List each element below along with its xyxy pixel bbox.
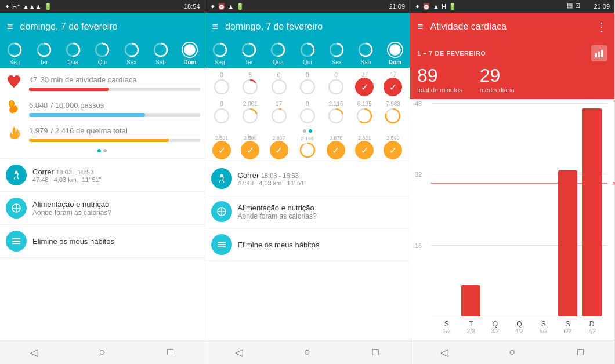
chart-area: 48 32 16 30 <box>410 99 614 340</box>
activity-food-1[interactable]: Alimentação e nutrição Aonde foram as ca… <box>0 192 205 225</box>
check-orange-1: ✓ <box>241 141 259 159</box>
week-cell-qua-1[interactable]: Qua <box>59 42 88 65</box>
battery-icon-2: 🔋 <box>236 3 244 10</box>
week-cell-ter-1[interactable]: Ter <box>29 42 58 65</box>
menu-icon-3[interactable]: ≡ <box>417 21 424 33</box>
panel-3: ✦ ⏰ ▲ H 🔋 21:09 ≡ Atividade cardíaca ⋮ 1… <box>410 0 615 364</box>
food-details-2: Alimentação e nutrição Aonde foram as ca… <box>238 203 317 220</box>
bottom-nav-2: ◁ ○ □ <box>205 340 410 364</box>
x-label-s2: S 5/2 <box>534 318 554 340</box>
status-bar-1: ✦ H⁺ ▲▲▲ 🔋 18:54 ▤ ⊡ <box>0 0 205 13</box>
menu-icon-2[interactable]: ≡ <box>212 21 219 33</box>
metric-steps[interactable]: 6.848 / 10.000 passos <box>5 98 200 117</box>
day-circle-sex-1 <box>124 42 140 58</box>
week-cell-qua-2[interactable]: Qua <box>263 42 292 65</box>
run-details-1: Correr 18:03 - 18:53 47:48 4,03 km 11' 5… <box>32 168 102 183</box>
day-label-sab-1: Sáb <box>155 59 166 65</box>
bar-q2 <box>509 104 529 316</box>
week-cell-qui-1[interactable]: Qui <box>88 42 117 65</box>
home-btn-2[interactable]: ○ <box>296 341 319 364</box>
status-time-3: 21:09 <box>594 3 610 10</box>
grid-cell-cal3: 2.166 <box>293 136 321 159</box>
day-circle-dom-2 <box>387 42 403 58</box>
grid-cell-cal2: 2.807 ✓ <box>265 135 293 159</box>
week-cell-sex-1[interactable]: Sex <box>117 42 146 65</box>
h-icon: H <box>442 3 446 10</box>
grid-cell-s3: 0 <box>293 101 321 125</box>
svg-point-34 <box>389 43 401 56</box>
chart-panel: 48 32 16 30 <box>410 99 614 340</box>
cardiac-header: 1 – 7 DE FEVEREIRO 89 total de minutos 2… <box>410 41 614 99</box>
back-btn-1[interactable]: ◁ <box>23 341 46 364</box>
week-cell-sex-2[interactable]: Sex <box>322 42 351 65</box>
bar-s <box>437 104 457 316</box>
svg-point-12 <box>183 43 196 56</box>
menu-icon-1[interactable]: ≡ <box>7 21 13 33</box>
week-cell-sab-2[interactable]: Sáb <box>351 42 380 65</box>
activity-habit-1[interactable]: Elimine os meus hábitos <box>0 225 205 258</box>
bar-t <box>461 104 481 316</box>
calories-progress-bar <box>29 139 169 142</box>
back-btn-3[interactable]: ◁ <box>433 341 456 364</box>
recent-btn-3[interactable]: □ <box>569 341 592 364</box>
day-label-dom-1: Dom <box>183 59 196 65</box>
food-subtitle-2: Aonde foram as calorias? <box>238 212 317 220</box>
week-cell-dom-1[interactable]: Dom <box>175 42 204 65</box>
bars-container <box>431 104 607 316</box>
week-cell-dom-2[interactable]: Dom <box>381 42 410 65</box>
x-label-d: D 7/2 <box>582 318 602 340</box>
week-cell-ter-2[interactable]: Ter <box>234 42 263 65</box>
day-circle-seg-2 <box>212 42 228 58</box>
svg-point-46 <box>301 109 314 123</box>
recent-btn-2[interactable]: □ <box>364 341 387 364</box>
grid-cell-cal0: 2.501 ✓ <box>208 135 236 159</box>
day-circle-sab-1 <box>153 42 169 58</box>
svg-rect-61 <box>218 246 226 247</box>
heart-value: 47 30 min de atividade cardíaca <box>29 73 200 85</box>
metric-calories[interactable]: 1.979 / 2.416 de queima total <box>5 123 200 142</box>
day-circle-qui-2 <box>299 42 316 58</box>
activity-run-1[interactable]: Correr 18:03 - 18:53 47:48 4,03 km 11' 5… <box>0 159 205 192</box>
back-btn-2[interactable]: ◁ <box>227 341 251 364</box>
metric-heart[interactable]: 47 30 min de atividade cardíaca <box>5 72 200 91</box>
home-btn-1[interactable]: ○ <box>91 341 114 364</box>
home-btn-3[interactable]: ○ <box>501 341 524 364</box>
top-bar-1: ≡ domingo, 7 de fevereiro <box>0 13 205 41</box>
status-time-1: 18:54 <box>184 3 200 10</box>
x-labels: S 1/2 T 2/2 Q 3/2 Q 4/2 S 5/2 <box>431 318 607 340</box>
week-cell-qui-2[interactable]: Qui <box>293 42 322 65</box>
more-icon-3[interactable]: ⋮ <box>596 20 607 34</box>
day-circle-ter-2 <box>241 42 257 58</box>
svg-rect-59 <box>218 242 226 243</box>
steps-progress-bar <box>29 113 145 117</box>
bar-d <box>582 104 602 316</box>
status-bar-2: ✦ ⏰ ▲ 🔋 21:09 <box>205 0 410 13</box>
date-range-row: 1 – 7 DE FEVEREIRO <box>417 45 607 61</box>
recent-btn-1[interactable]: □ <box>159 341 182 364</box>
chart-toggle-btn[interactable] <box>591 45 607 61</box>
dot-1 <box>97 149 101 152</box>
grid-label-16: 16 <box>415 242 422 249</box>
habit-details-2: Elimine os meus hábitos <box>238 241 320 249</box>
run-title-2: Correr 18:03 - 18:53 <box>238 171 307 180</box>
week-cell-sab-1[interactable]: Sáb <box>146 42 175 65</box>
grid-cell-c2: 0 <box>265 72 293 96</box>
day-circle-qua-2 <box>270 42 286 58</box>
grid-cell-c4: 0 <box>321 72 350 96</box>
activity-food-2[interactable]: Alimentação e nutrição Aonde foram as ca… <box>205 195 410 228</box>
habit-title-1: Elimine os meus hábitos <box>32 237 114 246</box>
activity-habit-2[interactable]: Elimine os meus hábitos <box>205 228 410 261</box>
activity-run-2[interactable]: Correr 18:03 - 18:53 47:48 4,03 km 11' 5… <box>205 162 410 195</box>
total-minutes-label: total de minutos <box>417 86 462 93</box>
grid-cell-s0: 0 <box>208 101 236 125</box>
week-cell-seg-1[interactable]: Seg <box>0 42 29 65</box>
habit-icon-circle-1 <box>6 231 27 252</box>
habit-details-1: Elimine os meus hábitos <box>32 237 114 246</box>
day-label-qua-1: Qua <box>67 59 78 65</box>
grid-cell-cal1: 2.589 ✓ <box>236 135 265 159</box>
x-label-t: T 2/2 <box>461 318 481 340</box>
check-red-6: ✓ <box>384 78 402 96</box>
grid-cell-s1: 2.001 <box>236 101 265 125</box>
run-icon-circle-2 <box>211 168 232 189</box>
week-cell-seg-2[interactable]: Seg <box>205 42 234 65</box>
